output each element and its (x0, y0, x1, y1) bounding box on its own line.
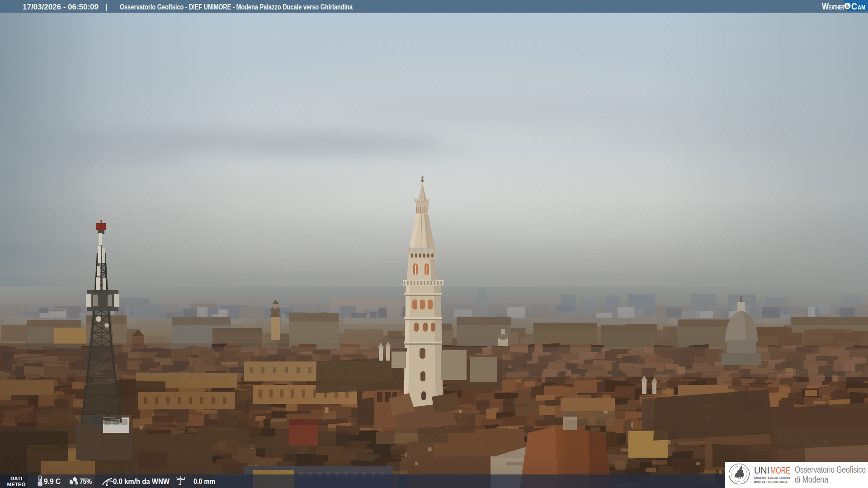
svg-text:|: | (105, 3, 107, 11)
svg-text:MODENA E REGGIO EMILIA: MODENA E REGGIO EMILIA (754, 480, 787, 484)
svg-text:17/03/2026 - 06:50:09: 17/03/2026 - 06:50:09 (23, 3, 99, 11)
svg-text:W: W (822, 1, 829, 11)
svg-text:MORE: MORE (770, 465, 790, 475)
svg-text:Osservatorio Geofisico - DIEF: Osservatorio Geofisico - DIEF UNIMORE - … (120, 3, 353, 11)
svg-text:Osservatorio Geofisico: Osservatorio Geofisico (795, 465, 866, 474)
svg-text:75%: 75% (80, 477, 92, 486)
svg-text:EATHER: EATHER (829, 4, 844, 11)
svg-text:AM: AM (858, 4, 865, 11)
svg-text:UNIVERSITÀ DEGLI STUDI DI: UNIVERSITÀ DEGLI STUDI DI (754, 476, 790, 480)
svg-text:DATI: DATI (10, 476, 22, 481)
svg-text:0.0 km/h da WNW: 0.0 km/h da WNW (113, 477, 170, 486)
svg-text:UNI: UNI (754, 465, 769, 475)
svg-text:METEO: METEO (7, 482, 26, 487)
svg-text:di Modena: di Modena (795, 474, 829, 484)
svg-text:0.0 mm: 0.0 mm (193, 477, 215, 486)
svg-text:C: C (851, 1, 857, 11)
svg-text:9.9 C: 9.9 C (44, 477, 61, 486)
